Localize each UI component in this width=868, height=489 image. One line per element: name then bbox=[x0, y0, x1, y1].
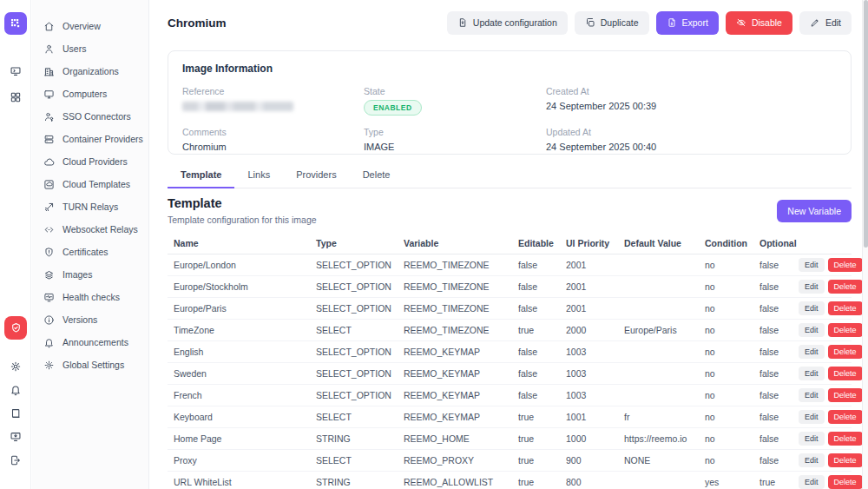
tab-links[interactable]: Links bbox=[234, 165, 283, 188]
row-edit-button[interactable]: Edit bbox=[799, 323, 825, 337]
sidebar-item-organizations[interactable]: Organizations bbox=[32, 60, 148, 83]
tab-providers[interactable]: Providers bbox=[283, 165, 349, 188]
row-delete-button[interactable]: Delete bbox=[828, 432, 863, 446]
sidebar-item-computers[interactable]: Computers bbox=[32, 83, 148, 105]
row-delete-button[interactable]: Delete bbox=[828, 410, 863, 424]
sidebar-item-cloud-templates[interactable]: Cloud Templates bbox=[32, 173, 148, 195]
sidebar-item-cloud-providers[interactable]: Cloud Providers bbox=[32, 150, 148, 173]
table-cell: true bbox=[753, 477, 799, 487]
scrollbar-thumb[interactable] bbox=[864, 0, 868, 248]
column-header: Name bbox=[168, 238, 310, 248]
settings-icon[interactable] bbox=[10, 360, 22, 373]
info-icon bbox=[43, 314, 55, 326]
sidebar-item-global-settings[interactable]: Global Settings bbox=[32, 354, 148, 376]
security-shield-button[interactable] bbox=[4, 316, 27, 340]
row-delete-button[interactable]: Delete bbox=[828, 280, 863, 294]
tab-template[interactable]: Template bbox=[168, 165, 234, 188]
table-cell: no bbox=[699, 412, 753, 422]
disable-icon bbox=[736, 17, 746, 28]
column-header: Condition bbox=[699, 238, 753, 248]
button-label: Duplicate bbox=[601, 17, 639, 28]
sidebar-item-versions[interactable]: Versions bbox=[32, 308, 148, 331]
sidebar-item-label: Overview bbox=[62, 21, 101, 31]
remote-monitor-icon[interactable] bbox=[10, 65, 22, 77]
disable-button[interactable]: Disable bbox=[726, 11, 792, 35]
sidebar-item-websocket-relays[interactable]: Websocket Relays bbox=[32, 218, 148, 241]
row-edit-button[interactable]: Edit bbox=[799, 388, 825, 402]
info-field: CommentsChromium bbox=[182, 127, 364, 152]
table-row: SwedenSELECT_OPTIONREEMO_KEYMAPfalse1003… bbox=[168, 363, 852, 385]
row-edit-button[interactable]: Edit bbox=[799, 367, 825, 380]
info-field: Updated At24 September 2025 00:40 bbox=[546, 127, 837, 152]
row-edit-button[interactable]: Edit bbox=[799, 301, 825, 315]
server-icon bbox=[43, 134, 55, 145]
table-cell: Europe/Paris bbox=[168, 303, 310, 314]
table-cell: REEMO_KEYMAP bbox=[398, 390, 512, 400]
row-actions: EditDelete bbox=[799, 345, 866, 359]
app-logo[interactable] bbox=[4, 12, 27, 35]
notifications-icon[interactable] bbox=[10, 384, 22, 396]
sidebar-item-users[interactable]: Users bbox=[32, 37, 148, 60]
logout-icon[interactable] bbox=[10, 454, 22, 466]
sidebar-item-turn-relays[interactable]: TURN Relays bbox=[32, 195, 148, 218]
sidebar-item-sso-connectors[interactable]: SSO Connectors bbox=[32, 105, 148, 128]
table-cell: REEMO_KEYMAP bbox=[398, 347, 512, 357]
table-cell: French bbox=[168, 390, 310, 400]
row-delete-button[interactable]: Delete bbox=[828, 388, 863, 402]
sidebar-item-images[interactable]: Images bbox=[32, 263, 148, 286]
row-delete-button[interactable]: Delete bbox=[828, 301, 863, 315]
sidebar-item-announcements[interactable]: Announcements bbox=[32, 331, 148, 354]
row-actions: EditDelete bbox=[799, 301, 866, 315]
tab-delete[interactable]: Delete bbox=[350, 165, 404, 188]
header-actions: Update configuration Duplicate Export Di… bbox=[447, 11, 852, 35]
gear-icon bbox=[43, 360, 55, 371]
export-button[interactable]: Export bbox=[656, 11, 719, 35]
table-cell: no bbox=[699, 368, 753, 379]
table-cell: SELECT bbox=[310, 412, 398, 422]
sidebar-item-overview[interactable]: Overview bbox=[32, 15, 148, 37]
table-cell: true bbox=[512, 433, 560, 444]
info-field: TypeIMAGE bbox=[364, 127, 546, 152]
row-delete-button[interactable]: Delete bbox=[828, 453, 863, 467]
table-cell: SELECT_OPTION bbox=[310, 260, 398, 270]
docs-icon[interactable] bbox=[10, 407, 22, 420]
scrollbar[interactable] bbox=[862, 0, 868, 489]
row-delete-button[interactable]: Delete bbox=[828, 367, 863, 380]
table-cell: REEMO_ALLOWLIST bbox=[398, 477, 512, 487]
row-delete-button[interactable]: Delete bbox=[828, 323, 863, 337]
edit-button-header[interactable]: Edit bbox=[799, 11, 852, 35]
apps-grid-icon[interactable] bbox=[10, 91, 22, 103]
column-header: Variable bbox=[398, 238, 512, 248]
row-actions: EditDelete bbox=[799, 475, 866, 489]
row-edit-button[interactable]: Edit bbox=[799, 432, 825, 446]
monitor-icon bbox=[43, 89, 55, 100]
sso-key-icon bbox=[43, 111, 55, 122]
row-edit-button[interactable]: Edit bbox=[799, 280, 825, 294]
table-cell: 2001 bbox=[560, 303, 618, 314]
table-cell: Europe/Paris bbox=[618, 325, 699, 335]
table-cell: no bbox=[699, 347, 753, 357]
sidebar-item-label: Computers bbox=[62, 89, 107, 99]
table-cell: NONE bbox=[618, 455, 699, 466]
row-edit-button[interactable]: Edit bbox=[799, 345, 825, 359]
duplicate-button[interactable]: Duplicate bbox=[575, 11, 649, 35]
row-edit-button[interactable]: Edit bbox=[799, 410, 825, 424]
download-icon[interactable] bbox=[10, 431, 22, 443]
sidebar-item-health-checks[interactable]: Health checks bbox=[32, 286, 148, 308]
row-delete-button[interactable]: Delete bbox=[828, 258, 863, 272]
sidebar-item-container-providers[interactable]: Container Providers bbox=[32, 128, 148, 150]
sidebar-item-certificates[interactable]: Certificates bbox=[32, 241, 148, 263]
row-delete-button[interactable]: Delete bbox=[828, 345, 863, 359]
row-delete-button[interactable]: Delete bbox=[828, 475, 863, 489]
update-configuration-button[interactable]: Update configuration bbox=[447, 11, 568, 35]
table-cell: 2000 bbox=[560, 325, 618, 335]
new-variable-button[interactable]: New Variable bbox=[777, 200, 852, 222]
file-update-icon bbox=[457, 17, 468, 28]
table-cell: REEMO_KEYMAP bbox=[398, 412, 512, 422]
row-edit-button[interactable]: Edit bbox=[799, 453, 825, 467]
row-edit-button[interactable]: Edit bbox=[799, 258, 825, 272]
row-edit-button[interactable]: Edit bbox=[799, 475, 825, 489]
sidebar-item-label: Cloud Providers bbox=[62, 156, 128, 167]
info-field: StateENABLED bbox=[364, 86, 546, 116]
reference-redacted-value bbox=[182, 102, 293, 111]
